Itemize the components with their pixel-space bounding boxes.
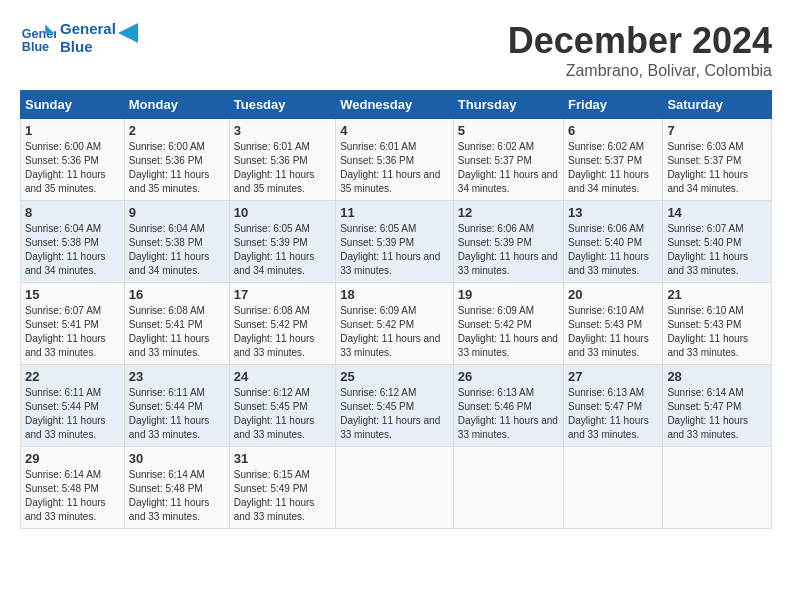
day-info: Sunrise: 6:10 AM Sunset: 5:43 PM Dayligh… [568,304,658,360]
day-info: Sunrise: 6:04 AM Sunset: 5:38 PM Dayligh… [25,222,120,278]
day-info: Sunrise: 6:15 AM Sunset: 5:49 PM Dayligh… [234,468,331,524]
day-info: Sunrise: 6:05 AM Sunset: 5:39 PM Dayligh… [340,222,449,278]
calendar-cell: 26Sunrise: 6:13 AM Sunset: 5:46 PM Dayli… [453,365,563,447]
calendar-cell [336,447,454,529]
day-number: 25 [340,369,449,384]
day-info: Sunrise: 6:12 AM Sunset: 5:45 PM Dayligh… [234,386,331,442]
calendar-body: 1Sunrise: 6:00 AM Sunset: 5:36 PM Daylig… [21,119,772,529]
logo: General Blue General Blue [20,20,138,56]
day-number: 20 [568,287,658,302]
header: General Blue General Blue December 2024 … [20,20,772,80]
weekday-header-wednesday: Wednesday [336,91,454,119]
calendar-cell: 28Sunrise: 6:14 AM Sunset: 5:47 PM Dayli… [663,365,772,447]
day-number: 7 [667,123,767,138]
calendar-cell: 20Sunrise: 6:10 AM Sunset: 5:43 PM Dayli… [564,283,663,365]
weekday-header-sunday: Sunday [21,91,125,119]
day-info: Sunrise: 6:03 AM Sunset: 5:37 PM Dayligh… [667,140,767,196]
day-number: 28 [667,369,767,384]
month-title: December 2024 [508,20,772,62]
day-number: 26 [458,369,559,384]
day-info: Sunrise: 6:00 AM Sunset: 5:36 PM Dayligh… [25,140,120,196]
svg-marker-3 [118,23,138,43]
calendar-header: SundayMondayTuesdayWednesdayThursdayFrid… [21,91,772,119]
calendar-cell: 31Sunrise: 6:15 AM Sunset: 5:49 PM Dayli… [229,447,335,529]
weekday-header-row: SundayMondayTuesdayWednesdayThursdayFrid… [21,91,772,119]
day-number: 14 [667,205,767,220]
day-info: Sunrise: 6:00 AM Sunset: 5:36 PM Dayligh… [129,140,225,196]
calendar-cell: 14Sunrise: 6:07 AM Sunset: 5:40 PM Dayli… [663,201,772,283]
calendar-week-2: 8Sunrise: 6:04 AM Sunset: 5:38 PM Daylig… [21,201,772,283]
weekday-header-thursday: Thursday [453,91,563,119]
day-info: Sunrise: 6:01 AM Sunset: 5:36 PM Dayligh… [340,140,449,196]
day-info: Sunrise: 6:13 AM Sunset: 5:47 PM Dayligh… [568,386,658,442]
logo-general: General [60,20,116,38]
day-info: Sunrise: 6:11 AM Sunset: 5:44 PM Dayligh… [129,386,225,442]
calendar-cell: 7Sunrise: 6:03 AM Sunset: 5:37 PM Daylig… [663,119,772,201]
calendar-table: SundayMondayTuesdayWednesdayThursdayFrid… [20,90,772,529]
day-number: 17 [234,287,331,302]
day-number: 30 [129,451,225,466]
calendar-cell: 24Sunrise: 6:12 AM Sunset: 5:45 PM Dayli… [229,365,335,447]
calendar-cell: 5Sunrise: 6:02 AM Sunset: 5:37 PM Daylig… [453,119,563,201]
calendar-cell: 6Sunrise: 6:02 AM Sunset: 5:37 PM Daylig… [564,119,663,201]
weekday-header-friday: Friday [564,91,663,119]
day-info: Sunrise: 6:09 AM Sunset: 5:42 PM Dayligh… [458,304,559,360]
day-number: 4 [340,123,449,138]
day-info: Sunrise: 6:06 AM Sunset: 5:39 PM Dayligh… [458,222,559,278]
calendar-cell: 21Sunrise: 6:10 AM Sunset: 5:43 PM Dayli… [663,283,772,365]
day-info: Sunrise: 6:04 AM Sunset: 5:38 PM Dayligh… [129,222,225,278]
location-title: Zambrano, Bolivar, Colombia [508,62,772,80]
calendar-cell: 3Sunrise: 6:01 AM Sunset: 5:36 PM Daylig… [229,119,335,201]
day-number: 15 [25,287,120,302]
calendar-cell: 17Sunrise: 6:08 AM Sunset: 5:42 PM Dayli… [229,283,335,365]
day-number: 19 [458,287,559,302]
calendar-cell: 23Sunrise: 6:11 AM Sunset: 5:44 PM Dayli… [124,365,229,447]
day-info: Sunrise: 6:14 AM Sunset: 5:47 PM Dayligh… [667,386,767,442]
calendar-cell: 9Sunrise: 6:04 AM Sunset: 5:38 PM Daylig… [124,201,229,283]
calendar-cell [663,447,772,529]
calendar-cell: 8Sunrise: 6:04 AM Sunset: 5:38 PM Daylig… [21,201,125,283]
calendar-cell: 12Sunrise: 6:06 AM Sunset: 5:39 PM Dayli… [453,201,563,283]
day-info: Sunrise: 6:07 AM Sunset: 5:40 PM Dayligh… [667,222,767,278]
title-area: December 2024 Zambrano, Bolivar, Colombi… [508,20,772,80]
svg-text:Blue: Blue [22,40,49,54]
calendar-cell: 27Sunrise: 6:13 AM Sunset: 5:47 PM Dayli… [564,365,663,447]
day-number: 31 [234,451,331,466]
calendar-cell: 25Sunrise: 6:12 AM Sunset: 5:45 PM Dayli… [336,365,454,447]
calendar-week-1: 1Sunrise: 6:00 AM Sunset: 5:36 PM Daylig… [21,119,772,201]
calendar-cell: 22Sunrise: 6:11 AM Sunset: 5:44 PM Dayli… [21,365,125,447]
day-info: Sunrise: 6:07 AM Sunset: 5:41 PM Dayligh… [25,304,120,360]
day-number: 18 [340,287,449,302]
calendar-cell: 16Sunrise: 6:08 AM Sunset: 5:41 PM Dayli… [124,283,229,365]
calendar-cell [564,447,663,529]
calendar-cell: 19Sunrise: 6:09 AM Sunset: 5:42 PM Dayli… [453,283,563,365]
logo-blue: Blue [60,38,116,56]
logo-icon: General Blue [20,20,56,56]
day-info: Sunrise: 6:01 AM Sunset: 5:36 PM Dayligh… [234,140,331,196]
day-info: Sunrise: 6:08 AM Sunset: 5:42 PM Dayligh… [234,304,331,360]
day-number: 27 [568,369,658,384]
day-number: 29 [25,451,120,466]
day-number: 24 [234,369,331,384]
calendar-cell: 13Sunrise: 6:06 AM Sunset: 5:40 PM Dayli… [564,201,663,283]
logo-arrow-icon [118,23,138,43]
day-number: 23 [129,369,225,384]
day-number: 5 [458,123,559,138]
calendar-cell: 4Sunrise: 6:01 AM Sunset: 5:36 PM Daylig… [336,119,454,201]
day-info: Sunrise: 6:12 AM Sunset: 5:45 PM Dayligh… [340,386,449,442]
weekday-header-tuesday: Tuesday [229,91,335,119]
day-info: Sunrise: 6:06 AM Sunset: 5:40 PM Dayligh… [568,222,658,278]
calendar-cell: 1Sunrise: 6:00 AM Sunset: 5:36 PM Daylig… [21,119,125,201]
calendar-cell: 18Sunrise: 6:09 AM Sunset: 5:42 PM Dayli… [336,283,454,365]
day-info: Sunrise: 6:11 AM Sunset: 5:44 PM Dayligh… [25,386,120,442]
calendar-week-5: 29Sunrise: 6:14 AM Sunset: 5:48 PM Dayli… [21,447,772,529]
calendar-cell: 11Sunrise: 6:05 AM Sunset: 5:39 PM Dayli… [336,201,454,283]
day-info: Sunrise: 6:14 AM Sunset: 5:48 PM Dayligh… [25,468,120,524]
day-info: Sunrise: 6:09 AM Sunset: 5:42 PM Dayligh… [340,304,449,360]
day-number: 6 [568,123,658,138]
day-info: Sunrise: 6:02 AM Sunset: 5:37 PM Dayligh… [568,140,658,196]
day-number: 3 [234,123,331,138]
day-number: 8 [25,205,120,220]
calendar-week-3: 15Sunrise: 6:07 AM Sunset: 5:41 PM Dayli… [21,283,772,365]
day-info: Sunrise: 6:02 AM Sunset: 5:37 PM Dayligh… [458,140,559,196]
